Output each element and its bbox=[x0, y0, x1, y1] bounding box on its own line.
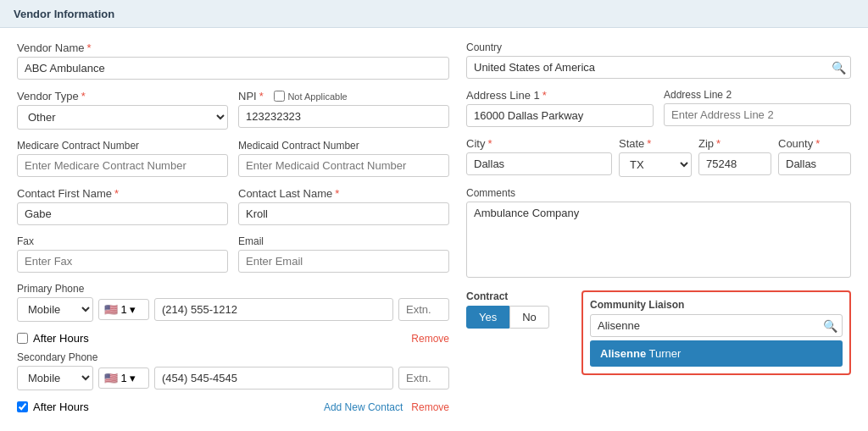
primary-remove-link[interactable]: Remove bbox=[411, 333, 449, 345]
primary-phone-number-input[interactable] bbox=[154, 298, 393, 321]
country-search-icon[interactable]: 🔍 bbox=[832, 61, 846, 75]
add-new-contact-link[interactable]: Add New Contact bbox=[324, 401, 403, 413]
medicaid-group: Medicaid Contract Number bbox=[238, 140, 449, 177]
community-search-icon[interactable]: 🔍 bbox=[823, 319, 837, 333]
city-input[interactable] bbox=[466, 152, 612, 175]
contract-section: Contract Yes No bbox=[466, 290, 568, 329]
vendor-info-title: Vendor Information bbox=[14, 8, 114, 20]
address-row: Address Line 1 * Address Line 2 bbox=[466, 89, 851, 137]
npi-input[interactable] bbox=[238, 105, 449, 128]
address2-group: Address Line 2 bbox=[664, 89, 851, 127]
secondary-phone-type-select[interactable]: Mobile Home Work bbox=[17, 366, 93, 390]
medicare-medicaid-row: Medicare Contract Number Medicaid Contra… bbox=[17, 140, 449, 187]
vendor-form: Vendor Name * Vendor Type * Other Hospit… bbox=[0, 28, 868, 431]
primary-phone-row: Mobile Home Work 🇺🇸 1 ▾ bbox=[17, 297, 449, 322]
vendor-type-npi-row: Vendor Type * Other Hospital Clinic NPI … bbox=[17, 90, 449, 140]
medicare-group: Medicare Contract Number bbox=[17, 140, 228, 177]
fax-input[interactable] bbox=[17, 250, 228, 273]
city-group: City * bbox=[466, 137, 612, 177]
secondary-remove-link[interactable]: Remove bbox=[411, 401, 449, 413]
zip-input[interactable] bbox=[698, 152, 771, 175]
secondary-after-hours-label: After Hours bbox=[33, 401, 89, 413]
primary-phone-ext-input[interactable] bbox=[398, 298, 449, 321]
secondary-after-hours-checkbox[interactable] bbox=[17, 401, 28, 412]
npi-group: NPI * Not Applicable bbox=[238, 90, 449, 130]
community-result-rest: Turner bbox=[646, 347, 681, 360]
community-search: 🔍 bbox=[590, 314, 843, 337]
secondary-phone-ext-input[interactable] bbox=[398, 367, 449, 390]
zip-group: Zip * bbox=[698, 137, 771, 177]
community-liaison-input[interactable] bbox=[590, 314, 843, 337]
primary-after-hours-left: After Hours bbox=[17, 332, 89, 345]
primary-phone-group: Primary Phone Mobile Home Work 🇺🇸 1 ▾ bbox=[17, 283, 449, 322]
primary-after-hours-label: After Hours bbox=[33, 332, 89, 345]
secondary-after-hours-row: After Hours Add New Contact Remove bbox=[17, 401, 449, 413]
contract-community-row: Contract Yes No Community Liaison 🔍 Alis… bbox=[466, 290, 851, 375]
secondary-phone-number-input[interactable] bbox=[154, 367, 393, 390]
address1-input[interactable] bbox=[466, 104, 654, 127]
email-group: Email bbox=[238, 235, 449, 273]
fax-group: Fax bbox=[17, 235, 228, 273]
email-input[interactable] bbox=[238, 250, 449, 273]
vendor-name-label: Vendor Name * bbox=[17, 41, 449, 54]
secondary-phone-group: Secondary Phone Mobile Home Work 🇺🇸 1 ▾ bbox=[17, 351, 449, 390]
contact-name-row: Contact First Name * Contact Last Name * bbox=[17, 187, 449, 235]
community-liaison-result[interactable]: Alisenne Turner bbox=[590, 340, 843, 367]
primary-phone-type-select[interactable]: Mobile Home Work bbox=[17, 297, 93, 322]
right-column: Country 🔍 Address Line 1 * Address Line … bbox=[466, 41, 851, 420]
community-liaison-label: Community Liaison bbox=[590, 299, 843, 311]
county-group: County * bbox=[778, 137, 851, 177]
yes-no-buttons: Yes No bbox=[466, 306, 568, 329]
country-input[interactable] bbox=[466, 56, 851, 79]
country-group: Country 🔍 bbox=[466, 41, 851, 79]
contact-first-group: Contact First Name * bbox=[17, 187, 228, 225]
vendor-name-group: Vendor Name * bbox=[17, 41, 449, 80]
page-wrapper: Vendor Information Vendor Name * Vendor … bbox=[0, 0, 868, 431]
state-select[interactable]: TX CA NY bbox=[619, 152, 692, 177]
city-state-zip-row: City * State * TX CA NY bbox=[466, 137, 851, 177]
secondary-phone-flag[interactable]: 🇺🇸 1 ▾ bbox=[98, 367, 149, 389]
contact-last-group: Contact Last Name * bbox=[238, 187, 449, 225]
primary-phone-flag[interactable]: 🇺🇸 1 ▾ bbox=[98, 299, 149, 320]
contract-label: Contract bbox=[466, 290, 568, 302]
vendor-name-input[interactable] bbox=[17, 57, 449, 80]
vendor-information-header: Vendor Information bbox=[0, 0, 868, 28]
no-button[interactable]: No bbox=[509, 306, 549, 329]
secondary-after-hours-left: After Hours bbox=[17, 401, 89, 413]
vendor-type-group: Vendor Type * Other Hospital Clinic bbox=[17, 90, 228, 130]
primary-after-hours-checkbox[interactable] bbox=[17, 333, 28, 344]
community-liaison-section: Community Liaison 🔍 Alisenne Turner bbox=[581, 290, 851, 375]
secondary-phone-row: Mobile Home Work 🇺🇸 1 ▾ bbox=[17, 366, 449, 390]
yes-button[interactable]: Yes bbox=[466, 306, 509, 329]
medicaid-input[interactable] bbox=[238, 154, 449, 177]
not-applicable-checkbox[interactable] bbox=[274, 91, 285, 102]
medicare-input[interactable] bbox=[17, 154, 228, 177]
country-search: 🔍 bbox=[466, 56, 851, 79]
county-input[interactable] bbox=[778, 152, 851, 175]
contact-first-input[interactable] bbox=[17, 202, 228, 225]
comments-textarea[interactable]: Ambulance Company bbox=[466, 202, 851, 278]
state-group: State * TX CA NY bbox=[619, 137, 692, 177]
left-column: Vendor Name * Vendor Type * Other Hospit… bbox=[17, 41, 449, 420]
primary-after-hours-row: After Hours Remove bbox=[17, 332, 449, 345]
vendor-type-select[interactable]: Other Hospital Clinic bbox=[17, 105, 228, 130]
contact-last-input[interactable] bbox=[238, 202, 449, 225]
fax-email-row: Fax Email bbox=[17, 235, 449, 283]
address2-input[interactable] bbox=[664, 103, 851, 126]
community-result-highlight: Alisenne bbox=[600, 347, 646, 360]
comments-group: Comments Ambulance Company bbox=[466, 187, 851, 280]
address1-group: Address Line 1 * bbox=[466, 89, 654, 127]
